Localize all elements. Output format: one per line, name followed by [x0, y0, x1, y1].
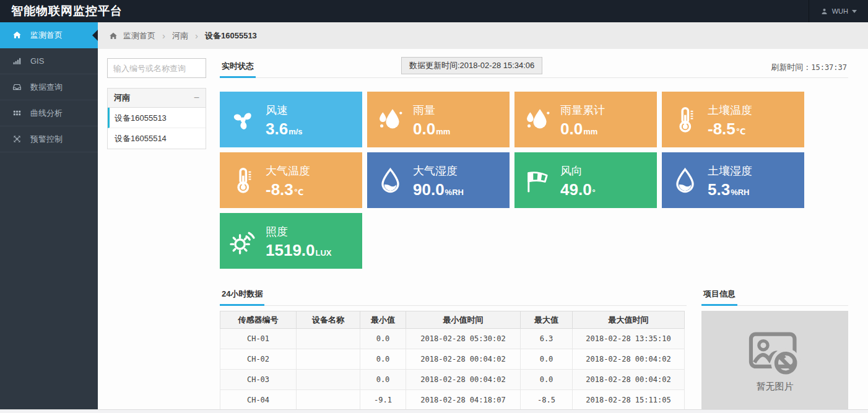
- table-cell: 2018-02-28 15:11:05: [573, 390, 685, 411]
- card-value: -8.3℃: [266, 181, 310, 198]
- thermometer-icon: [220, 166, 266, 195]
- device-group-label: 河南: [114, 92, 130, 103]
- device-search-input[interactable]: [107, 58, 206, 78]
- table-cell: 2018-02-28 00:04:02: [573, 349, 685, 370]
- user-menu[interactable]: WUH: [809, 0, 868, 22]
- card-value: 5.3%RH: [708, 181, 752, 198]
- table-header-cell: 设备名称: [297, 311, 360, 329]
- sidebar-item-label: 预警控制: [30, 134, 63, 145]
- chevron-right-icon: [188, 30, 205, 41]
- card-unit: mm: [583, 127, 597, 136]
- card-value: 49.0°: [560, 181, 596, 198]
- sidebar-item-label: GIS: [30, 56, 44, 66]
- raindrops-icon: [367, 105, 413, 134]
- table-cell: CH-02: [220, 349, 297, 370]
- sidebar-item-alert-control[interactable]: 预警控制: [0, 126, 98, 152]
- humidity-icon: [662, 166, 708, 195]
- card-text: 大气湿度90.0%RH: [413, 163, 464, 198]
- table-cell: 2018-02-28 05:30:02: [406, 329, 521, 349]
- card-text: 雨量累计0.0mm: [560, 103, 605, 137]
- card-title: 大气温度: [266, 163, 310, 178]
- sidebar-item-monitor-home[interactable]: 监测首页: [0, 22, 98, 48]
- card-text: 风速3.6m/s: [266, 103, 303, 137]
- table-cell: 0.0: [360, 329, 406, 349]
- status-card-soil-temp: 土壤温度-8.5℃: [662, 92, 804, 147]
- table-cell: 0.0: [521, 349, 573, 370]
- tab-realtime-status[interactable]: 实时状态: [220, 56, 256, 78]
- history-tab-strip: 24小时数据: [220, 284, 687, 306]
- sun-icon: [220, 227, 266, 256]
- card-unit: ℃: [294, 188, 304, 197]
- card-text: 土壤湿度5.3%RH: [708, 163, 752, 198]
- sidebar-menu: 监测首页GIS数据查询曲线分析预警控制: [0, 22, 98, 152]
- tab-24h-data[interactable]: 24小时数据: [220, 284, 264, 306]
- breadcrumb-item[interactable]: 河南: [172, 30, 188, 41]
- breadcrumb-items: 监测首页河南设备16055513: [123, 30, 257, 41]
- card-title: 照度: [266, 224, 332, 239]
- card-unit: %RH: [445, 188, 464, 197]
- sidebar-item-gis[interactable]: GIS: [0, 48, 98, 74]
- table-header-cell: 最大值时间: [573, 311, 685, 329]
- card-value: 0.0mm: [560, 121, 605, 137]
- card-value: -8.5℃: [708, 121, 752, 137]
- table-cell: [297, 370, 360, 390]
- card-text: 土壤温度-8.5℃: [708, 103, 752, 137]
- table-header-cell: 最大值: [521, 311, 573, 329]
- project-tab-strip: 项目信息: [701, 284, 848, 306]
- card-value: 3.6m/s: [266, 121, 303, 137]
- humidity-icon: [367, 166, 413, 195]
- table-header-row: 传感器编号设备名称最小值最小值时间最大值最大值时间: [220, 311, 685, 329]
- raindrops-icon: [514, 105, 560, 134]
- card-unit: LUX: [316, 248, 332, 258]
- data-update-time-button[interactable]: 数据更新时间:2018-02-28 15:34:06: [401, 57, 542, 74]
- card-title: 土壤湿度: [708, 163, 752, 178]
- table-cell: 2018-02-28 00:04:02: [573, 370, 685, 390]
- bottom-scroll-strip[interactable]: [0, 409, 868, 413]
- chevron-down-icon: [852, 10, 857, 13]
- table-cell: 6.3: [521, 329, 573, 349]
- status-card-air-temp: 大气温度-8.3℃: [220, 152, 362, 208]
- top-bar: 智能物联网监控平台 WUH: [0, 0, 868, 22]
- device-list-item[interactable]: 设备16055513: [108, 108, 206, 128]
- history-section: 24小时数据 传感器编号设备名称最小值最小值时间最大值最大值时间 CH-010.…: [220, 284, 687, 412]
- table-cell: [297, 329, 360, 349]
- device-group-header[interactable]: 河南: [108, 89, 206, 108]
- card-unit: %RH: [731, 188, 749, 197]
- project-info-section: 项目信息 暂无图: [701, 284, 848, 412]
- sidebar-item-label: 数据查询: [30, 82, 63, 93]
- gis-icon: [12, 56, 22, 66]
- main-content: 河南 设备16055513设备16055514 实时状态 数据更新时间:2018…: [98, 49, 868, 409]
- table-cell: 2018-02-28 04:18:07: [406, 390, 521, 411]
- card-title: 风向: [560, 163, 596, 178]
- table-cell: 2018-02-28 00:04:02: [406, 349, 521, 370]
- card-title: 雨量累计: [560, 103, 605, 118]
- device-list-item[interactable]: 设备16055514: [108, 128, 206, 149]
- alert-control-icon: [12, 134, 22, 144]
- table-header-cell: 传感器编号: [220, 311, 297, 329]
- table-cell: CH-03: [220, 370, 297, 390]
- fan-icon: [220, 105, 266, 134]
- device-group-panel: 河南 设备16055513设备16055514: [107, 88, 206, 149]
- table-cell: CH-01: [220, 329, 297, 349]
- refresh-time-value: 15:37:37: [811, 63, 847, 72]
- card-unit: m/s: [289, 127, 302, 136]
- card-text: 大气温度-8.3℃: [266, 163, 310, 198]
- card-text: 雨量0.0mm: [413, 103, 450, 137]
- breadcrumb-item[interactable]: 监测首页: [123, 30, 155, 41]
- refresh-time-label: 刷新时间：: [771, 63, 811, 72]
- tab-project-info[interactable]: 项目信息: [701, 284, 737, 306]
- sidebar-item-data-query[interactable]: 数据查询: [0, 74, 98, 100]
- thermometer-icon: [662, 105, 708, 134]
- table-row: CH-04-9.12018-02-28 04:18:07-8.52018-02-…: [220, 390, 685, 411]
- home-icon: [109, 32, 123, 40]
- sidebar-item-curve-analysis[interactable]: 曲线分析: [0, 100, 98, 126]
- table-header-cell: 最小值时间: [406, 311, 521, 329]
- card-title: 风速: [266, 103, 303, 118]
- breadcrumb: 监测首页河南设备16055513: [98, 22, 868, 49]
- user-icon: [820, 7, 828, 15]
- collapse-minus-icon[interactable]: [194, 93, 199, 103]
- card-value: 1519.0LUX: [266, 242, 332, 258]
- table-header-cell: 最小值: [360, 311, 406, 329]
- card-title: 土壤温度: [708, 103, 752, 118]
- table-row: CH-010.02018-02-28 05:30:026.32018-02-28…: [220, 329, 685, 349]
